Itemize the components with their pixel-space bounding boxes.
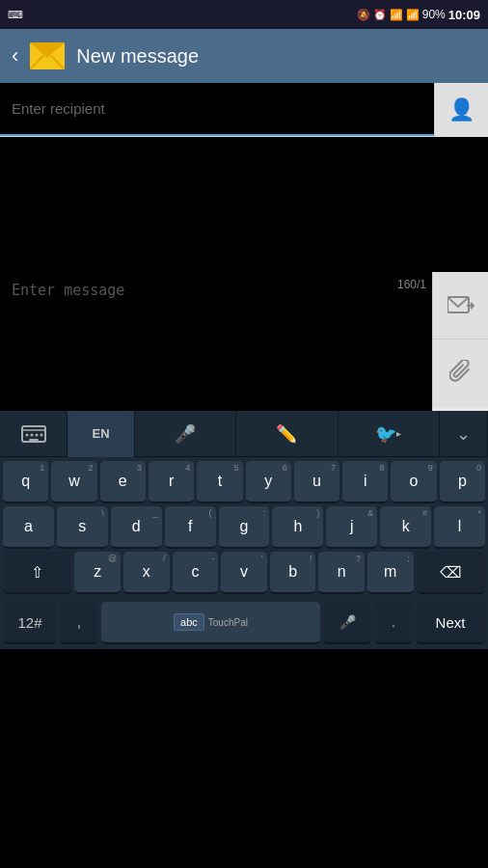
message-row: 160/1 xyxy=(0,272,488,411)
key-i[interactable]: i8 xyxy=(342,461,388,503)
svg-rect-12 xyxy=(29,439,39,441)
key-s[interactable]: s\ xyxy=(57,506,108,549)
char-counter: 160/1 xyxy=(397,278,426,291)
next-button[interactable]: Next xyxy=(416,602,485,644)
svg-point-9 xyxy=(30,433,33,436)
send-button[interactable] xyxy=(433,272,488,339)
send-icon xyxy=(447,295,474,316)
key-w[interactable]: w2 xyxy=(51,461,96,503)
alarm-icon: ⏰ xyxy=(373,9,387,21)
key-t[interactable]: t5 xyxy=(197,461,242,503)
language-label: EN xyxy=(92,426,109,441)
status-bar: ⌨ 🔕 ⏰ 📶 📶 90% 10:09 xyxy=(0,0,488,29)
app-title: New message xyxy=(76,45,199,68)
language-button[interactable]: EN xyxy=(68,411,135,457)
key-d[interactable]: d_ xyxy=(111,506,162,549)
key-e[interactable]: e3 xyxy=(100,461,146,503)
twitter-button[interactable]: 🐦 ▸ xyxy=(339,411,440,457)
key-o[interactable]: o9 xyxy=(391,461,436,503)
comma-key[interactable]: , xyxy=(60,602,98,644)
key-z[interactable]: z@ xyxy=(74,552,121,594)
keyboard-bottom-row: 12# , abc TouchPal 🎤 . Next xyxy=(0,599,488,649)
keyboard: EN 🎤 ✏️ 🐦 ▸ ⌄ q1 w2 e3 r4 t5 y6 u7 i8 o9… xyxy=(0,411,488,649)
key-l[interactable]: l* xyxy=(434,506,485,549)
message-actions xyxy=(432,272,488,411)
wifi-icon: 📶 xyxy=(390,9,403,21)
battery-indicator: 90% xyxy=(422,8,446,21)
twitter-icon: 🐦 xyxy=(375,423,396,445)
attach-icon xyxy=(449,360,473,387)
microphone-button[interactable]: 🎤 xyxy=(135,411,236,457)
key-v[interactable]: v' xyxy=(221,552,267,594)
mic-key[interactable]: 🎤 xyxy=(323,602,371,644)
touchpal-label: TouchPal xyxy=(208,617,248,628)
back-button[interactable]: ‹ xyxy=(12,43,18,68)
key-x[interactable]: x/ xyxy=(123,552,170,594)
key-m[interactable]: m; xyxy=(367,552,414,594)
key-b[interactable]: b! xyxy=(270,552,316,594)
key-q[interactable]: q1 xyxy=(3,461,48,503)
chevron-down-icon: ⌄ xyxy=(456,423,471,445)
key-f[interactable]: f( xyxy=(165,506,216,549)
contact-icon: 👤 xyxy=(448,97,474,122)
contact-picker-button[interactable]: 👤 xyxy=(434,83,488,137)
recipient-row: 👤 xyxy=(0,83,488,137)
key-c[interactable]: c- xyxy=(173,552,219,594)
abc-label: abc xyxy=(174,613,204,631)
keyboard-keys: q1 w2 e3 r4 t5 y6 u7 i8 o9 p0 a s\ d_ f(… xyxy=(0,457,488,599)
mute-icon: 🔕 xyxy=(357,9,370,21)
keyboard-toolbar: EN 🎤 ✏️ 🐦 ▸ ⌄ xyxy=(0,411,488,457)
key-y[interactable]: y6 xyxy=(246,461,291,503)
space-key[interactable]: abc TouchPal xyxy=(101,602,320,644)
message-input-wrapper: 160/1 xyxy=(0,272,432,411)
shift-key[interactable]: ⇧ xyxy=(3,552,71,594)
key-u[interactable]: u7 xyxy=(294,461,339,503)
key-n[interactable]: n? xyxy=(318,552,365,594)
key-h[interactable]: h) xyxy=(272,506,323,549)
recipient-input[interactable] xyxy=(0,83,434,136)
stylus-button[interactable]: ✏️ xyxy=(236,411,338,457)
app-icon xyxy=(30,42,65,69)
svg-point-10 xyxy=(35,433,38,436)
twitter-arrow: ▸ xyxy=(396,428,401,439)
stylus-icon: ✏️ xyxy=(276,423,297,445)
keyboard-mode-button[interactable] xyxy=(0,411,68,457)
collapse-keyboard-button[interactable]: ⌄ xyxy=(440,411,488,457)
key-k[interactable]: k# xyxy=(380,506,431,549)
message-section: 160/1 xyxy=(0,272,488,411)
app-bar: ‹ New message xyxy=(0,29,488,83)
content-area xyxy=(0,137,488,272)
key-a[interactable]: a xyxy=(3,506,54,549)
key-r[interactable]: r4 xyxy=(149,461,194,503)
mic-key-icon: 🎤 xyxy=(339,614,356,630)
clock: 10:09 xyxy=(448,8,480,22)
signal-icon: 📶 xyxy=(406,9,420,21)
key-row-3: ⇧ z@ x/ c- v' b! n? m; ⌫ xyxy=(3,552,485,594)
key-j[interactable]: j& xyxy=(326,506,377,549)
space-inner: abc TouchPal xyxy=(174,613,248,631)
key-g[interactable]: g: xyxy=(219,506,270,549)
key-p[interactable]: p0 xyxy=(440,461,485,503)
key-row-1: q1 w2 e3 r4 t5 y6 u7 i8 o9 p0 xyxy=(3,461,485,503)
period-key[interactable]: . xyxy=(374,602,413,644)
key-row-2: a s\ d_ f( g: h) j& k# l* xyxy=(3,506,485,549)
svg-point-11 xyxy=(40,433,42,436)
backspace-key[interactable]: ⌫ xyxy=(417,552,485,594)
mic-icon: 🎤 xyxy=(175,423,196,445)
num-key[interactable]: 12# xyxy=(3,602,57,644)
keyboard-status-icon: ⌨ xyxy=(8,9,23,21)
svg-point-8 xyxy=(25,433,28,436)
attach-button[interactable] xyxy=(433,339,488,407)
message-input[interactable] xyxy=(0,272,432,407)
keyboard-mode-icon xyxy=(20,420,47,448)
